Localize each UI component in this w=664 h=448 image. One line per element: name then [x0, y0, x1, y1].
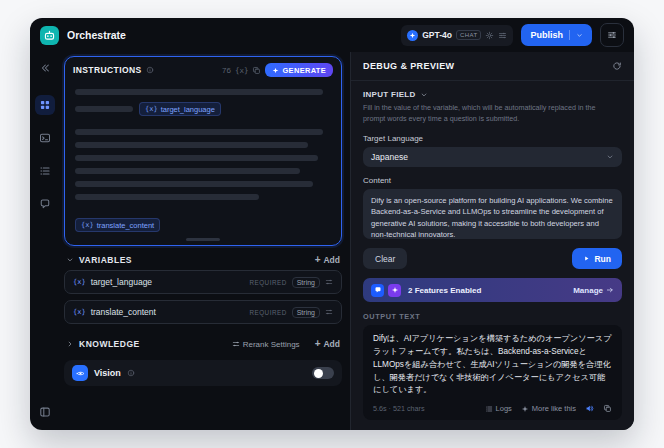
output-stats: 5.6s · 521 chars — [373, 404, 425, 413]
info-icon[interactable] — [127, 369, 135, 377]
manage-features-link[interactable]: Manage — [573, 286, 614, 295]
prompt-text-skeleton — [75, 129, 323, 135]
arrow-right-icon — [606, 286, 614, 294]
main-area: INSTRUCTIONS 76 {x} GENERATE — [30, 52, 634, 430]
logs-button[interactable]: Logs — [485, 404, 512, 413]
layout-panel-icon[interactable] — [35, 402, 55, 422]
copy-icon[interactable] — [252, 66, 261, 75]
variable-chip-translate-content[interactable]: {x} translate_content — [75, 218, 160, 232]
debug-title: DEBUG & PREVIEW — [363, 61, 455, 71]
chevron-down-icon[interactable] — [576, 32, 583, 39]
top-bar: Orchestrate GPT-4o CHAT Publish — [30, 18, 634, 52]
model-name: GPT-4o — [422, 30, 452, 40]
variable-row-target-language[interactable]: {x} target_language REQUIRED String — [64, 270, 342, 294]
toggle-knob — [314, 369, 323, 378]
variable-settings-icon[interactable] — [325, 278, 333, 286]
app-avatar-icon[interactable] — [40, 26, 59, 45]
play-icon — [583, 255, 590, 262]
model-mode-badge: CHAT — [456, 30, 482, 40]
copy-icon[interactable] — [603, 404, 612, 413]
feature-chat-icon — [371, 284, 384, 297]
variable-braces-icon: {x} — [73, 308, 86, 316]
app-settings-button[interactable] — [600, 23, 624, 47]
prompt-editor[interactable]: {x} target_language {x} translate_conte — [65, 81, 341, 245]
plus-icon: + — [315, 255, 321, 265]
variables-title: VARIABLES — [79, 255, 132, 265]
more-like-this-label: More like this — [532, 404, 576, 413]
chevron-down-icon — [420, 91, 428, 99]
clear-button[interactable]: Clear — [363, 248, 407, 269]
generate-button[interactable]: GENERATE — [265, 63, 333, 77]
sidebar-item-orchestrate[interactable] — [35, 95, 55, 115]
prompt-text-skeleton — [75, 194, 259, 200]
sidebar-item-api-terminal-icon[interactable] — [35, 128, 55, 148]
prompt-text-skeleton — [75, 106, 133, 112]
run-label: Run — [594, 254, 611, 264]
add-variable-button[interactable]: + Add — [315, 255, 340, 265]
paragraph-gap — [75, 207, 331, 213]
refresh-icon[interactable] — [612, 61, 622, 71]
eye-icon — [72, 365, 88, 381]
content-field-label: Content — [363, 176, 622, 185]
select-value: Japanese — [371, 152, 600, 162]
prompt-column: INSTRUCTIONS 76 {x} GENERATE — [60, 52, 350, 430]
plus-icon: + — [315, 339, 321, 349]
instructions-panel: INSTRUCTIONS 76 {x} GENERATE — [64, 56, 342, 246]
target-language-select[interactable]: Japanese — [363, 147, 622, 167]
add-label: Add — [323, 339, 340, 349]
vision-card: Vision — [64, 360, 342, 386]
output-text-title: OUTPUT TEXT — [363, 312, 622, 321]
publish-divider — [569, 30, 570, 40]
variable-chip-label: target_language — [161, 105, 215, 114]
rerank-settings-button[interactable]: Rerank Settings — [232, 340, 300, 349]
variable-braces-icon: {x} — [81, 221, 94, 229]
run-button[interactable]: Run — [572, 248, 622, 269]
model-selector[interactable]: GPT-4o CHAT — [401, 25, 513, 46]
knowledge-header: KNOWLEDGE Rerank Settings + Add — [64, 330, 342, 354]
required-badge: REQUIRED — [249, 309, 286, 316]
variable-braces-icon[interactable]: {x} — [235, 66, 249, 75]
gear-icon[interactable] — [485, 31, 494, 40]
output-card: Difyは、AIアプリケーションを構築するためのオープンソースプラットフォームで… — [363, 325, 622, 420]
collapse-sidebar-icon[interactable] — [35, 58, 55, 78]
required-badge: REQUIRED — [249, 279, 286, 286]
vision-toggle[interactable] — [312, 367, 334, 379]
add-knowledge-button[interactable]: + Add — [315, 339, 340, 349]
prompt-text-skeleton — [75, 181, 313, 187]
features-count-text: 2 Features Enabled — [408, 286, 481, 295]
sidebar-item-logs-icon[interactable] — [35, 161, 55, 181]
variables-header: VARIABLES + Add — [64, 246, 342, 270]
type-badge[interactable]: String — [292, 277, 320, 288]
prompt-text-skeleton — [75, 89, 323, 95]
logs-label: Logs — [496, 404, 512, 413]
sliders-icon[interactable] — [498, 31, 507, 40]
instructions-title: INSTRUCTIONS — [73, 65, 142, 75]
scrollbar-handle[interactable] — [186, 238, 220, 241]
app-window: Orchestrate GPT-4o CHAT Publish — [30, 18, 634, 430]
content-textarea[interactable]: Dify is an open-source platform for buil… — [363, 189, 622, 240]
chevron-down-icon[interactable] — [66, 256, 74, 264]
variable-settings-icon[interactable] — [325, 308, 333, 316]
prompt-text-skeleton — [75, 155, 318, 161]
input-field-toggle[interactable]: INPUT FIELD — [363, 90, 622, 99]
chevron-down-icon — [606, 153, 614, 161]
info-icon[interactable] — [146, 66, 154, 74]
left-sidebar — [30, 52, 60, 430]
prompt-text-skeleton — [75, 142, 308, 148]
publish-button[interactable]: Publish — [521, 24, 592, 46]
type-badge[interactable]: String — [292, 307, 320, 318]
more-like-this-button[interactable]: More like this — [521, 404, 576, 413]
chevron-right-icon[interactable] — [66, 340, 74, 348]
generate-label: GENERATE — [282, 66, 326, 75]
actions-row: Clear Run — [363, 248, 622, 269]
model-provider-icon — [407, 30, 418, 41]
target-language-field-label: Target Language — [363, 134, 622, 143]
features-bar: 2 Features Enabled Manage — [363, 278, 622, 302]
variable-braces-icon: {x} — [145, 105, 158, 113]
variable-braces-icon: {x} — [73, 278, 86, 286]
prompt-line: {x} target_language — [75, 102, 331, 116]
variable-chip-target-language[interactable]: {x} target_language — [139, 102, 221, 116]
sidebar-item-annotation-icon[interactable] — [35, 194, 55, 214]
variable-row-translate-content[interactable]: {x} translate_content REQUIRED String — [64, 300, 342, 324]
speaker-icon[interactable] — [585, 404, 594, 413]
